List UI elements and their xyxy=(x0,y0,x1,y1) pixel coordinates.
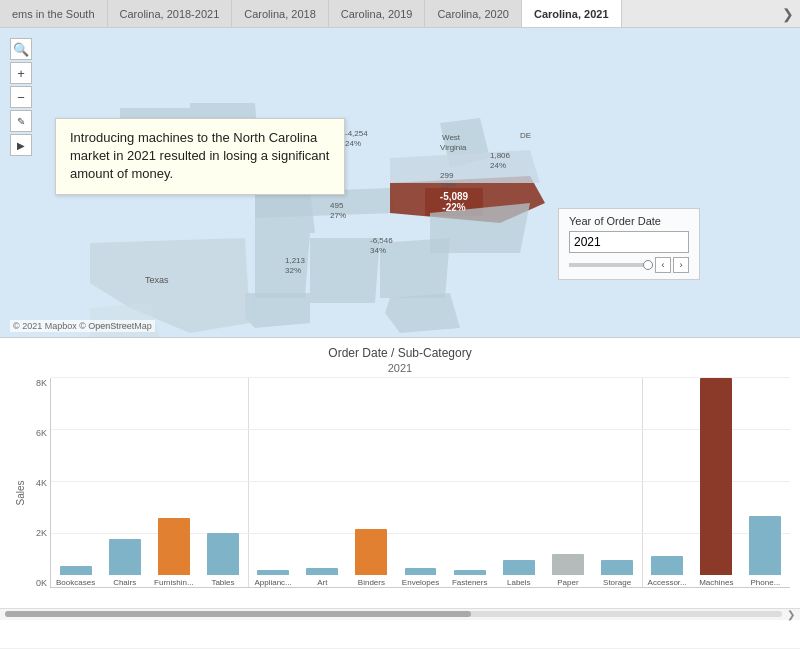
minus-icon: − xyxy=(17,90,25,105)
bottom-scrollbar: ❯ xyxy=(0,608,800,620)
svg-text:27%: 27% xyxy=(330,211,346,220)
year-slider-track[interactable] xyxy=(569,263,653,267)
map-controls: 🔍 + − ✎ ▶ xyxy=(10,38,32,156)
tab-south[interactable]: ems in the South xyxy=(0,0,108,27)
svg-text:24%: 24% xyxy=(490,161,506,170)
year-label: Year of Order Date xyxy=(569,215,689,227)
bar-tables-label: Tables xyxy=(210,578,235,587)
bar-appliances-label: Applianc... xyxy=(253,578,292,587)
tab-2020[interactable]: Carolina, 2020 xyxy=(425,0,522,27)
next-icon: › xyxy=(680,260,683,270)
svg-text:-4,254: -4,254 xyxy=(345,129,368,138)
bar-fasteners-label: Fasteners xyxy=(451,578,489,587)
bar-phones: Phone... xyxy=(741,378,790,587)
bar-tables-rect xyxy=(207,533,239,575)
bar-bookcases-rect xyxy=(60,566,92,574)
tech-group: Accessor... Machines Phone... xyxy=(643,378,790,587)
bar-storage: Storage xyxy=(593,378,642,587)
bar-bookcases: Bookcases xyxy=(51,378,100,587)
chart-section: Order Date / Sub-Category 2021 Sales 0K … xyxy=(0,338,800,648)
bar-furnishings-rect xyxy=(158,518,190,574)
bar-fasteners-rect xyxy=(454,570,486,574)
bar-chairs-rect xyxy=(109,539,141,575)
tab-2018[interactable]: Carolina, 2018 xyxy=(232,0,329,27)
year-input[interactable] xyxy=(569,231,689,253)
draw-icon: ✎ xyxy=(17,116,25,127)
next-year-button[interactable]: › xyxy=(673,257,689,273)
bar-labels-label: Labels xyxy=(506,578,532,587)
bar-envelopes-rect xyxy=(405,568,437,574)
svg-marker-20 xyxy=(245,293,310,328)
chart-area: Sales 0K 2K 4K 6K 8K Bookcases xyxy=(5,378,790,608)
office-group: Applianc... Art Binders Envelopes xyxy=(249,378,643,587)
year-control: Year of Order Date ‹ › xyxy=(558,208,700,280)
bar-furnishings: Furnishin... xyxy=(149,378,198,587)
bar-binders-label: Binders xyxy=(357,578,386,587)
svg-text:Texas: Texas xyxy=(145,275,169,285)
bar-art: Art xyxy=(298,378,347,587)
svg-text:34%: 34% xyxy=(370,246,386,255)
svg-text:West: West xyxy=(442,133,461,142)
zoom-in-button[interactable]: + xyxy=(10,62,32,84)
svg-marker-17 xyxy=(385,293,460,333)
search-icon: 🔍 xyxy=(13,42,29,57)
year-slider-row: ‹ › xyxy=(569,257,689,273)
furniture-group: Bookcases Chairs Furnishin... Tables xyxy=(51,378,249,587)
bar-phones-rect xyxy=(749,516,781,575)
prev-year-button[interactable]: ‹ xyxy=(655,257,671,273)
bar-art-rect xyxy=(306,568,338,574)
bar-labels-rect xyxy=(503,560,535,575)
bar-machines-label: Machines xyxy=(698,578,734,587)
bar-storage-label: Storage xyxy=(602,578,632,587)
tab-2018-2021[interactable]: Carolina, 2018-2021 xyxy=(108,0,233,27)
tab-scroll-right[interactable]: ❯ xyxy=(776,0,800,27)
svg-text:19%: 19% xyxy=(440,181,456,190)
chart-subtitle: 2021 xyxy=(0,362,800,374)
prev-icon: ‹ xyxy=(662,260,665,270)
tick-6k: 6K xyxy=(36,428,47,438)
bar-phones-label: Phone... xyxy=(750,578,782,587)
bar-envelopes-label: Envelopes xyxy=(401,578,440,587)
bar-chairs-label: Chairs xyxy=(112,578,137,587)
bar-machines: Machines xyxy=(692,378,741,587)
bar-accessories: Accessor... xyxy=(643,378,692,587)
tab-bar: ems in the South Carolina, 2018-2021 Car… xyxy=(0,0,800,28)
bar-labels: Labels xyxy=(494,378,543,587)
tab-2021[interactable]: Carolina, 2021 xyxy=(522,0,622,27)
svg-text:-5,089: -5,089 xyxy=(440,191,469,202)
pointer-button[interactable]: ▶ xyxy=(10,134,32,156)
svg-text:32%: 32% xyxy=(285,266,301,275)
tab-2019[interactable]: Carolina, 2019 xyxy=(329,0,426,27)
svg-text:Virginia: Virginia xyxy=(440,143,467,152)
svg-text:1,213: 1,213 xyxy=(285,256,306,265)
draw-button[interactable]: ✎ xyxy=(10,110,32,132)
bar-paper: Paper xyxy=(543,378,592,587)
year-slider-thumb[interactable] xyxy=(643,260,653,270)
annotation-box: Introducing machines to the North Caroli… xyxy=(55,118,345,195)
svg-text:24%: 24% xyxy=(345,139,361,148)
bar-bookcases-label: Bookcases xyxy=(55,578,96,587)
map-section: Kansas Missouri West Virginia DE -5,089 … xyxy=(0,28,800,338)
bar-fasteners: Fasteners xyxy=(445,378,494,587)
bar-chairs: Chairs xyxy=(100,378,149,587)
bar-storage-rect xyxy=(601,560,633,575)
svg-text:495: 495 xyxy=(330,201,344,210)
pointer-icon: ▶ xyxy=(17,140,25,151)
bar-furnishings-label: Furnishin... xyxy=(153,578,195,587)
svg-text:-6,546: -6,546 xyxy=(370,236,393,245)
scrollbar-track[interactable] xyxy=(5,611,782,617)
bar-binders-rect xyxy=(355,529,387,575)
tick-2k: 2K xyxy=(36,528,47,538)
svg-marker-16 xyxy=(380,238,450,298)
bar-appliances: Applianc... xyxy=(249,378,298,587)
scroll-right-arrow[interactable]: ❯ xyxy=(787,609,795,620)
bar-art-label: Art xyxy=(316,578,328,587)
bar-envelopes: Envelopes xyxy=(396,378,445,587)
bar-tables: Tables xyxy=(198,378,247,587)
zoom-out-button[interactable]: − xyxy=(10,86,32,108)
bar-paper-label: Paper xyxy=(556,578,579,587)
scrollbar-thumb[interactable] xyxy=(5,611,471,617)
tick-8k: 8K xyxy=(36,378,47,388)
svg-text:DE: DE xyxy=(520,131,531,140)
search-button[interactable]: 🔍 xyxy=(10,38,32,60)
